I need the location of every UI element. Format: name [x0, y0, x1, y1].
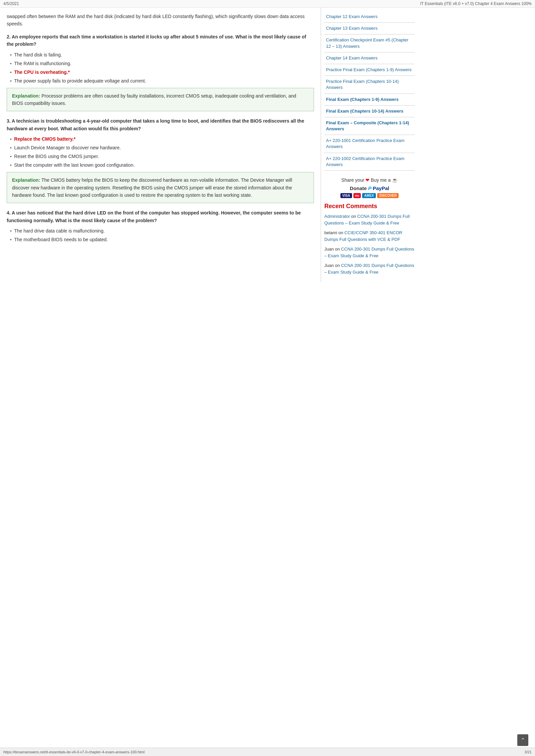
question-4-answers: The hard drive data cable is malfunction…	[7, 228, 314, 243]
sidebar-link-1[interactable]: Chapter 13 Exam Answers	[324, 23, 415, 34]
question-2-text: 2. An employee reports that each time a …	[7, 33, 314, 48]
sidebar: Chapter 12 Exam Answers Chapter 13 Exam …	[321, 8, 418, 282]
buy-text: Buy me a	[371, 177, 391, 183]
share-text: Share your	[341, 177, 364, 183]
comment-1-on: on	[338, 230, 344, 235]
sidebar-link-8-anchor[interactable]: Final Exam – Composite (Chapters 1-14) A…	[326, 120, 409, 131]
comment-3-author: Juan	[324, 263, 334, 268]
comment-2: Juan on CCNA 200-301 Dumps Full Question…	[324, 246, 415, 259]
sidebar-link-10[interactable]: A+ 220-1002 Certification Practice Exam …	[324, 153, 415, 171]
question-3-text: 3. A technician is troubleshooting a 4-y…	[7, 117, 314, 132]
recent-comments-title: Recent Comments	[324, 203, 415, 210]
sidebar-link-4-anchor[interactable]: Practice Final Exam (Chapters 1-9) Answe…	[326, 67, 412, 72]
amex-icon: AMEX	[362, 193, 376, 198]
comment-2-on: on	[335, 247, 341, 252]
sidebar-link-6-anchor[interactable]: Final Exam (Chapters 1-9) Answers	[326, 97, 399, 102]
sidebar-link-0-anchor[interactable]: Chapter 12 Exam Answers	[326, 14, 378, 19]
sidebar-link-5-anchor[interactable]: Practice Final Exam (Chapters 10-14) Ans…	[326, 79, 399, 90]
donate-label: Donate	[350, 185, 367, 191]
sidebar-link-10-anchor[interactable]: A+ 220-1002 Certification Practice Exam …	[326, 156, 404, 167]
donate-line: Donate P PayPal	[324, 185, 415, 191]
comment-2-author: Juan	[324, 247, 334, 252]
paypal-p-icon: P	[368, 185, 373, 191]
recent-comments-section: Recent Comments Administrator on CCNA 20…	[324, 203, 415, 275]
comment-0-on: on	[351, 214, 357, 219]
question-2-block: 2. An employee reports that each time a …	[7, 33, 314, 112]
sidebar-link-9-anchor[interactable]: A+ 220-1001 Certification Practice Exam …	[326, 138, 404, 149]
answer-3-4: Start the computer with the last known g…	[10, 162, 314, 169]
answer-4-1: The hard drive data cable is malfunction…	[10, 228, 314, 235]
explanation-3-text: The CMOS battery helps the BIOS to keep …	[12, 177, 292, 198]
question-2-answers: The hard disk is failing. The RAM is mal…	[7, 51, 314, 85]
sidebar-link-6[interactable]: Final Exam (Chapters 1-9) Answers	[324, 94, 415, 106]
intro-text: swapped often between the RAM and the ha…	[7, 13, 314, 28]
sidebar-link-3[interactable]: Chapter 14 Exam Answers	[324, 52, 415, 64]
page-layout: swapped often between the RAM and the ha…	[0, 8, 535, 282]
explanation-3-label: Explanation:	[12, 177, 40, 183]
explanation-3-box: Explanation: The CMOS battery helps the …	[7, 172, 314, 203]
sidebar-link-2-anchor[interactable]: Certification Checkpoint Exam #5 (Chapte…	[326, 37, 408, 48]
share-line: Share your ❤ Buy me a ☕	[324, 177, 415, 183]
sidebar-link-4[interactable]: Practice Final Exam (Chapters 1-9) Answe…	[324, 64, 415, 76]
card-icons: VISA mc AMEX DISCOVER	[324, 193, 415, 198]
question-4-text: 4. A user has noticed that the hard driv…	[7, 209, 314, 224]
answer-2-2: The RAM is malfunctioning.	[10, 60, 314, 67]
coffee-icon: ☕	[392, 177, 398, 183]
question-3-answers: Replace the CMOS battery.* Launch Device…	[7, 136, 314, 169]
sidebar-link-8[interactable]: Final Exam – Composite (Chapters 1-14) A…	[324, 117, 415, 135]
paypal-wordmark: PayPal	[373, 185, 389, 191]
top-bar-title: IT Essentials (ITE v6.0 + v7.0) Chapter …	[420, 1, 532, 6]
explanation-2-text: Processor problems are often caused by f…	[12, 93, 296, 106]
comment-1-author: belami	[324, 230, 337, 235]
comment-0: Administrator on CCNA 200-301 Dumps Full…	[324, 213, 415, 226]
sidebar-link-0[interactable]: Chapter 12 Exam Answers	[324, 11, 415, 23]
sidebar-link-3-anchor[interactable]: Chapter 14 Exam Answers	[326, 55, 378, 60]
explanation-2-label: Explanation:	[12, 93, 40, 99]
top-bar-date: 4/5/2021	[3, 1, 19, 6]
sidebar-link-7[interactable]: Final Exam (Chapters 10-14) Answers	[324, 106, 415, 117]
donate-section: Share your ❤ Buy me a ☕ Donate P PayPal …	[324, 177, 415, 198]
main-content: swapped often between the RAM and the ha…	[0, 8, 321, 282]
answer-4-2: The motherboard BIOS needs to be updated…	[10, 236, 314, 243]
mastercard-icon: mc	[353, 193, 361, 198]
sidebar-link-2[interactable]: Certification Checkpoint Exam #5 (Chapte…	[324, 34, 415, 52]
sidebar-link-5[interactable]: Practice Final Exam (Chapters 10-14) Ans…	[324, 76, 415, 94]
explanation-2-box: Explanation: Processor problems are ofte…	[7, 88, 314, 112]
answer-3-2: Launch Device Manager to discover new ha…	[10, 144, 314, 151]
heart-icon: ❤	[365, 177, 369, 183]
comment-1: belami on CCIE/CCNP 350-401 ENCOR Dumps …	[324, 230, 415, 243]
answer-2-4: The power supply fails to provide adequa…	[10, 78, 314, 85]
comment-3-on: on	[335, 263, 341, 268]
answer-2-3-correct: The CPU is overheating.*	[10, 69, 314, 76]
visa-card-icon: VISA	[340, 193, 352, 198]
top-bar: 4/5/2021 IT Essentials (ITE v6.0 + v7.0)…	[0, 0, 535, 8]
sidebar-link-1-anchor[interactable]: Chapter 13 Exam Answers	[326, 26, 378, 31]
sidebar-link-7-anchor[interactable]: Final Exam (Chapters 10-14) Answers	[326, 109, 403, 114]
answer-2-1: The hard disk is failing.	[10, 51, 314, 58]
question-3-block: 3. A technician is troubleshooting a 4-y…	[7, 117, 314, 203]
answer-3-3: Reset the BIOS using the CMOS jumper.	[10, 153, 314, 160]
sidebar-link-9[interactable]: A+ 220-1001 Certification Practice Exam …	[324, 135, 415, 153]
question-4-block: 4. A user has noticed that the hard driv…	[7, 209, 314, 243]
answer-3-1-correct: Replace the CMOS battery.*	[10, 136, 314, 143]
comment-0-author[interactable]: Administrator	[324, 214, 350, 219]
sidebar-nav-links: Chapter 12 Exam Answers Chapter 13 Exam …	[324, 11, 415, 171]
comment-3: Juan on CCNA 200-301 Dumps Full Question…	[324, 262, 415, 275]
discover-icon: DISCOVER	[377, 193, 399, 198]
